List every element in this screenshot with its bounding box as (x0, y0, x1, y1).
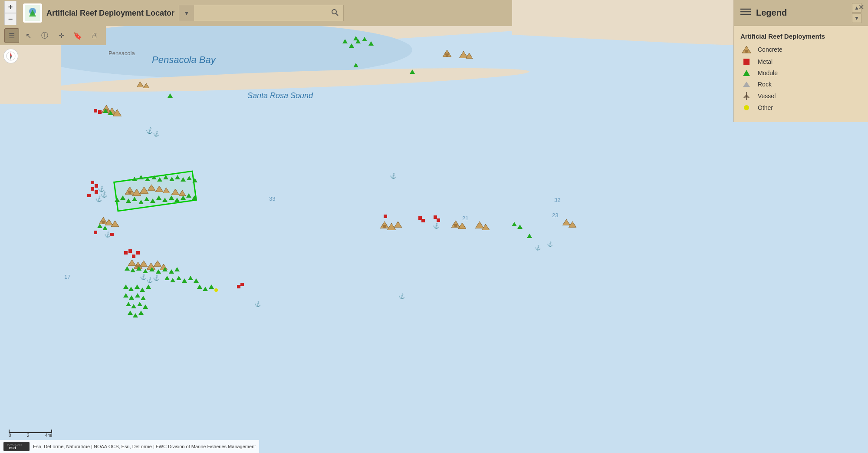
info-tool-button[interactable]: ⓘ (37, 28, 52, 43)
select-tool-button[interactable]: ↖ (21, 28, 36, 43)
zoom-out-button[interactable]: − (4, 13, 16, 25)
marker-vessel: ⚓ (152, 130, 161, 138)
marker-module (140, 288, 145, 292)
marker-vessel: ⚓ (254, 300, 262, 308)
svg-marker-16 (163, 188, 170, 193)
marker-module (145, 177, 150, 181)
search-input[interactable] (194, 10, 327, 17)
marker-module (143, 269, 148, 273)
marker-module (144, 197, 149, 201)
marker-metal (437, 218, 440, 222)
scale-labels: 0 2 4mi (9, 433, 52, 438)
marker-module (197, 284, 202, 289)
legend-label-rock: Rock (758, 81, 772, 88)
marker-concrete-cluster7 (171, 189, 179, 195)
marker-metal (94, 109, 97, 112)
marker-module (175, 175, 180, 179)
legend-label-metal: Metal (758, 58, 773, 65)
search-icon (331, 9, 339, 18)
esri-logo: POWERED BY esri (3, 442, 30, 451)
marker-vessel: ⚓ (104, 231, 112, 238)
marker-module (203, 287, 208, 291)
marker-vessel: ⚓ (389, 172, 397, 179)
marker-module (517, 225, 523, 229)
marker-vessel: ⚓ (95, 195, 103, 203)
scale-label-4: 4mi (45, 433, 52, 438)
marker-module (349, 43, 354, 48)
search-container: ▼ (179, 5, 344, 21)
marker-metal (91, 187, 94, 191)
marker-metal (240, 283, 244, 286)
marker-module (186, 193, 191, 198)
compass-button[interactable] (3, 49, 18, 63)
legend-icon-vessel (740, 92, 753, 100)
marker-module (128, 311, 133, 315)
marker-other (214, 288, 218, 292)
svg-marker-9 (113, 109, 122, 116)
bookmark-tool-button[interactable]: 🔖 (70, 28, 85, 43)
marker-vessel: ⚓ (432, 222, 440, 229)
legend-collapse-down-button[interactable]: ▼ (852, 13, 861, 23)
legend-body: Artificial Reef Deployments Concrete Met… (734, 26, 868, 122)
legend-item-module: Module (740, 69, 861, 76)
legend-panel: Legend ▲ ▼ ✕ Artificial Reef Deployments… (733, 0, 868, 122)
legend-section-title: Artificial Reef Deployments (740, 33, 861, 40)
marker-concrete-top (443, 50, 451, 57)
marker-module (136, 266, 141, 271)
legend-close-button[interactable]: ✕ (856, 2, 866, 12)
search-button[interactable] (327, 9, 343, 18)
svg-marker-36 (458, 223, 466, 229)
marker-module (131, 304, 136, 308)
marker-module (141, 296, 146, 300)
svg-line-45 (336, 13, 338, 16)
marker-module (353, 36, 358, 40)
marker-module (156, 269, 161, 274)
search-dropdown-button[interactable]: ▼ (179, 5, 194, 21)
app-icon (23, 3, 42, 23)
legend-item-vessel: Vessel (740, 92, 861, 100)
marker-metal (94, 231, 97, 234)
marker-module (527, 234, 532, 238)
marker-module (151, 175, 157, 179)
marker-module (128, 287, 134, 291)
list-icon: ☰ (9, 32, 15, 40)
marker-module (149, 267, 155, 271)
svg-marker-38 (482, 224, 490, 230)
marker-module (163, 175, 168, 179)
move-tool-button[interactable]: ✛ (54, 28, 69, 43)
depth-32: 32 (554, 197, 560, 203)
marker-module (169, 195, 174, 200)
marker-concrete-cluster3 (140, 187, 148, 194)
marker-module (150, 198, 155, 203)
marker-module (368, 41, 374, 46)
marker-vessel: ⚓ (547, 241, 554, 248)
svg-marker-5 (143, 83, 149, 88)
marker-concrete-cluster6 (163, 188, 170, 193)
marker-module (187, 176, 192, 180)
legend-item-metal: Metal (740, 58, 861, 65)
marker-module (123, 284, 128, 289)
legend-item-concrete: Concrete (740, 45, 861, 54)
marker-module (103, 109, 108, 113)
depth-17: 17 (64, 274, 70, 280)
marker-module (126, 302, 131, 306)
marker-module (132, 197, 137, 201)
svg-marker-22 (111, 221, 119, 227)
scale-label-2: 2 (27, 433, 30, 438)
marker-module (126, 198, 131, 203)
marker-concrete-ne1 (466, 53, 473, 59)
legend-icon-other (740, 105, 753, 110)
compass-icon (6, 51, 16, 61)
zoom-in-button[interactable]: + (4, 1, 16, 13)
marker-module (164, 276, 170, 280)
marker-module (170, 278, 175, 282)
bookmark-icon: 🔖 (73, 32, 82, 40)
marker-module (138, 200, 144, 204)
marker-module (176, 276, 181, 280)
legend-title: Legend (756, 8, 787, 18)
marker-module (162, 267, 168, 271)
marker-module (410, 69, 415, 74)
print-tool-button[interactable]: 🖨 (87, 28, 102, 43)
list-tool-button[interactable]: ☰ (4, 28, 19, 43)
legend-label-other: Other (758, 104, 773, 111)
